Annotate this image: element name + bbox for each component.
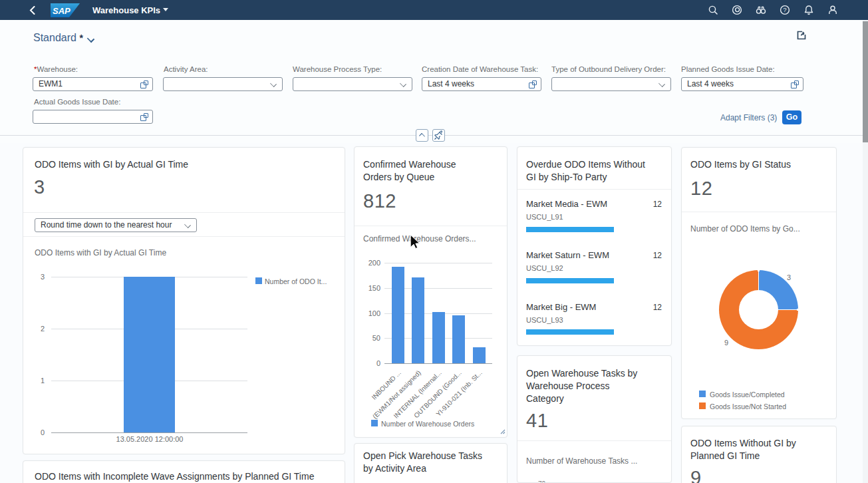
svg-text:SAP: SAP <box>53 6 71 16</box>
svg-text:?: ? <box>783 6 786 13</box>
